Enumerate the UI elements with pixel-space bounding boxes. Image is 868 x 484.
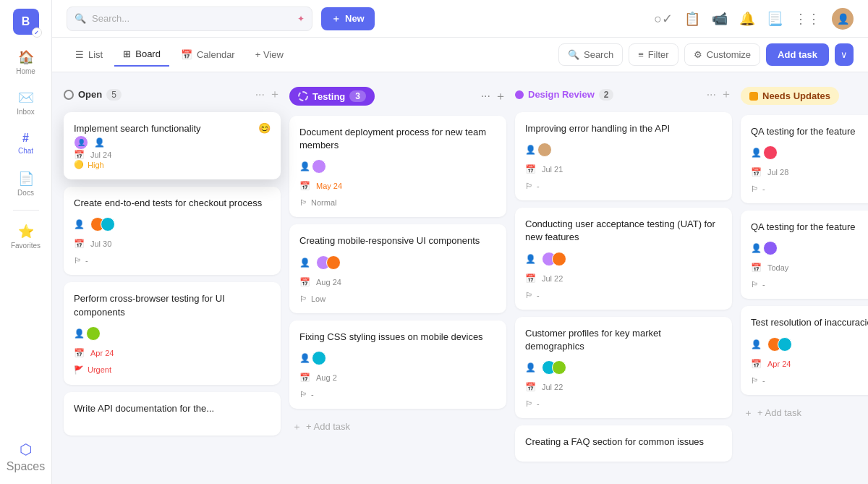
- card-date: 📅 Today: [751, 263, 868, 273]
- plus-icon[interactable]: ＋: [269, 87, 281, 102]
- document-icon[interactable]: 📃: [767, 11, 783, 27]
- card-floating[interactable]: Implement search functionality 😊 👤 👤 📅 J…: [64, 112, 281, 179]
- card[interactable]: Conducting user acceptance testing (UAT)…: [515, 208, 732, 309]
- search-button[interactable]: 🔍 Search: [558, 43, 623, 66]
- flag-icon: 🟡: [74, 160, 84, 169]
- check-circle-icon[interactable]: ○✓: [654, 11, 673, 27]
- avatar: [86, 326, 101, 341]
- search-placeholder: Search...: [92, 13, 129, 24]
- tab-board[interactable]: ⊞ Board: [114, 43, 169, 67]
- assignee-icon: 👤: [299, 161, 310, 171]
- customize-button[interactable]: ⚙ Customize: [684, 43, 760, 66]
- avatar: [326, 255, 341, 270]
- card[interactable]: Document deployment process for new team…: [289, 116, 506, 217]
- card-flag: 🏳 -: [751, 280, 868, 289]
- avatar: [101, 217, 115, 232]
- flag-value: -: [537, 182, 540, 190]
- card-flag: 🚩 Urgent: [74, 365, 271, 375]
- card[interactable]: Write API documentation for the...: [64, 392, 281, 436]
- card[interactable]: Creating mobile-responsive UI components…: [289, 224, 506, 313]
- avatar: 👤: [74, 135, 88, 150]
- new-button[interactable]: ＋ New: [321, 7, 375, 30]
- calendar-icon: 📅: [181, 49, 192, 60]
- calendar-icon: 📅: [525, 273, 536, 284]
- flag-icon: 🏳: [74, 256, 82, 265]
- avatar: [312, 351, 326, 365]
- card-title: QA testing for the feature: [751, 125, 868, 138]
- flag-value: Normal: [311, 198, 336, 207]
- inbox-icon: ✉️: [18, 90, 34, 106]
- design-col-actions: ··· ＋: [707, 87, 732, 102]
- add-task-label: + Add task: [306, 421, 350, 432]
- flag-value: Low: [311, 294, 326, 303]
- date-value: Today: [767, 263, 788, 272]
- tab-add-view[interactable]: + View: [247, 43, 292, 66]
- filter-button[interactable]: ≡ Filter: [629, 43, 678, 66]
- testing-label: Testing: [312, 91, 345, 102]
- card[interactable]: Test resolution of inaccuracies 👤 📅 Apr …: [741, 306, 868, 394]
- card[interactable]: QA testing for the feature 👤 📅 Today 🏳 -: [741, 211, 868, 299]
- flag-value: -: [85, 256, 88, 265]
- chevron-icon: ∨: [841, 49, 848, 60]
- date-value: Apr 24: [767, 360, 791, 368]
- sidebar-item-favorites[interactable]: ⭐ Favorites: [7, 218, 45, 255]
- card-meta: 👤: [751, 337, 868, 352]
- card[interactable]: Improving error handling in the API 👤 📅 …: [515, 112, 732, 200]
- date-value: Jul 28: [767, 168, 788, 177]
- needs-badge: Needs Updates: [741, 87, 839, 105]
- card[interactable]: QA testing for the feature 👤 📅 Jul 28 🏳 …: [741, 115, 868, 203]
- plus-icon[interactable]: ＋: [495, 89, 506, 104]
- sidebar-item-chat[interactable]: # Chat: [7, 124, 45, 162]
- ellipsis-icon[interactable]: ···: [255, 88, 265, 101]
- card[interactable]: Perform cross-browser testing for UI com…: [64, 282, 281, 384]
- card[interactable]: Creating a FAQ section for common issues: [515, 425, 732, 462]
- topbar-icons: ○✓ 📋 📹 🔔 📃 ⋮⋮ 👤: [654, 8, 854, 30]
- workspace-avatar[interactable]: B ✓: [13, 9, 39, 35]
- column-header-design: Design Review 2 ··· ＋: [515, 84, 732, 105]
- card-date: 📅 Jul 22: [525, 273, 722, 284]
- card-date: 📅 Aug 24: [299, 277, 496, 287]
- card-meta: 👤: [299, 255, 496, 270]
- ellipsis-icon[interactable]: ···: [707, 88, 716, 101]
- card-title: QA testing for the feature: [751, 221, 868, 234]
- flag-icon: 🏳: [299, 294, 307, 303]
- card[interactable]: Customer profiles for key market demogra…: [515, 317, 732, 418]
- calendar-icon: 📅: [751, 359, 762, 369]
- card-date: 📅 Jul 30: [74, 239, 271, 249]
- add-task-row[interactable]: ＋ + Add task: [289, 416, 506, 438]
- list-icon: ☰: [75, 49, 84, 60]
- plus-icon[interactable]: ＋: [720, 87, 732, 102]
- tab-board-label: Board: [135, 48, 161, 59]
- flag-value: -: [537, 291, 540, 300]
- sidebar-item-home[interactable]: 🏠 Home: [7, 43, 45, 81]
- ellipsis-icon[interactable]: ···: [481, 90, 490, 103]
- gear-icon: ⚙: [694, 49, 702, 60]
- plus-icon: ＋: [744, 407, 753, 420]
- search-bar[interactable]: 🔍 Search... ✦: [67, 7, 312, 31]
- assignee-icon: 👤: [94, 137, 105, 148]
- card-flag: 🏳 -: [299, 390, 496, 399]
- video-icon[interactable]: 📹: [712, 11, 728, 27]
- sidebar-item-spaces[interactable]: ⬡ Spaces: [7, 438, 45, 475]
- assignee-icon: 👤: [74, 219, 85, 229]
- column-header-needs: Needs Updates ··· ＋: [741, 84, 868, 108]
- flag-icon: 🏳: [525, 399, 533, 408]
- assignee-icon: 👤: [751, 339, 762, 349]
- bell-icon[interactable]: 🔔: [739, 11, 755, 27]
- tab-calendar[interactable]: 📅 Calendar: [172, 43, 244, 66]
- calendar-icon: 📅: [299, 277, 310, 287]
- add-task-chevron[interactable]: ∨: [835, 43, 854, 66]
- sidebar-item-inbox[interactable]: ✉️ Inbox: [7, 84, 45, 122]
- sidebar-item-docs[interactable]: 📄 Docs: [7, 165, 45, 203]
- add-task-row[interactable]: ＋ + Add task: [741, 402, 868, 424]
- card[interactable]: Fixing CSS styling issues on mobile devi…: [289, 320, 506, 409]
- search-icon: 🔍: [75, 13, 86, 24]
- tab-list[interactable]: ☰ List: [67, 43, 111, 66]
- new-label: New: [345, 13, 365, 24]
- file-icon[interactable]: 📋: [684, 11, 700, 27]
- tab-calendar-label: Calendar: [197, 49, 235, 60]
- card[interactable]: Create end-to-end tests for checkout pro…: [64, 187, 281, 275]
- grid-icon[interactable]: ⋮⋮: [794, 11, 820, 27]
- user-avatar[interactable]: 👤: [832, 8, 854, 30]
- add-task-button[interactable]: Add task: [766, 43, 829, 66]
